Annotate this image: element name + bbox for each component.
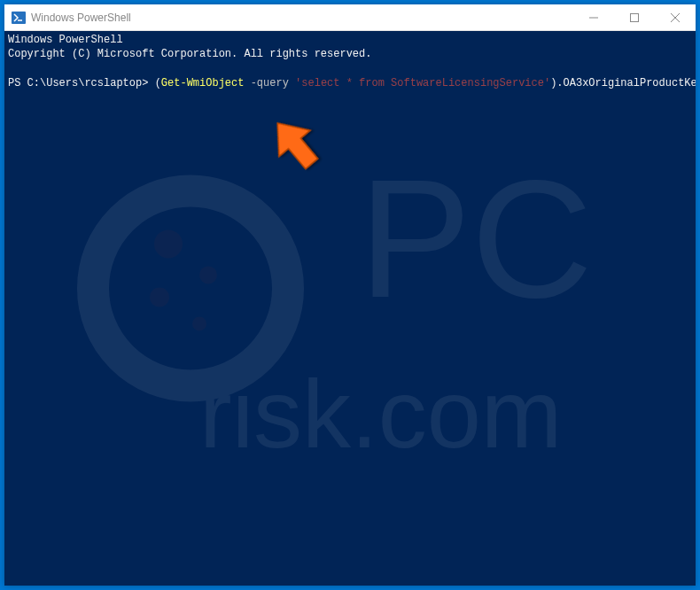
space (244, 77, 250, 89)
svg-point-8 (150, 287, 169, 307)
terminal-banner-line1: Windows PowerShell (8, 33, 692, 47)
powershell-window: Windows PowerShell PC risk.com (4, 4, 696, 586)
svg-text:risk.com: risk.com (199, 359, 562, 468)
member-access: .OA3xOriginalProductKey (556, 77, 696, 89)
minimize-button[interactable] (573, 4, 614, 30)
terminal-banner-line2: Copyright (C) Microsoft Corporation. All… (8, 47, 692, 61)
svg-point-5 (93, 190, 288, 385)
svg-point-9 (192, 316, 206, 330)
maximize-button[interactable] (614, 4, 655, 30)
titlebar[interactable]: Windows PowerShell (4, 4, 696, 31)
watermark-logo: PC risk.com (75, 120, 625, 496)
arrow-annotation-icon (266, 111, 328, 186)
cmdlet-name: Get-WmiObject (161, 77, 245, 89)
svg-text:PC: PC (359, 144, 593, 332)
window-controls (573, 4, 696, 30)
param-name: -query (251, 77, 289, 89)
powershell-icon (12, 11, 26, 25)
paren-open: ( (155, 77, 161, 89)
svg-point-7 (199, 266, 217, 283)
space (289, 77, 295, 89)
window-title: Windows PowerShell (31, 12, 573, 24)
prompt-text: PS C:\Users\rcslaptop> (8, 77, 155, 89)
svg-point-6 (154, 229, 183, 258)
svg-rect-2 (631, 13, 639, 21)
close-button[interactable] (655, 4, 696, 30)
terminal-command-line: PS C:\Users\rcslaptop> (Get-WmiObject -q… (8, 76, 692, 90)
terminal-pane[interactable]: PC risk.com Windows PowerShell Copyright… (4, 31, 696, 586)
terminal-blank-line (8, 61, 692, 75)
query-string: 'select * from SoftwareLicensingService' (295, 77, 550, 89)
